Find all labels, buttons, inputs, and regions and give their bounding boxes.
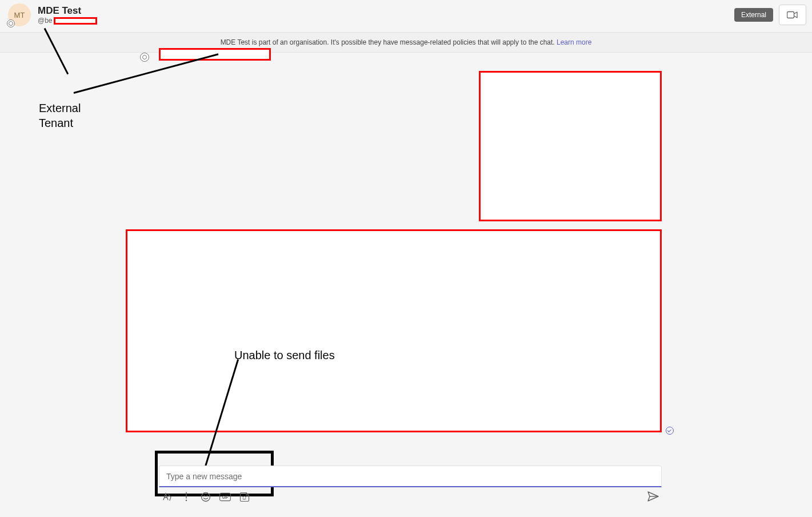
presence-offline-icon	[7, 19, 15, 27]
chat-title-block: MDE Test @be	[38, 5, 97, 25]
emoji-icon	[201, 492, 211, 502]
chat-messages-area	[0, 53, 812, 464]
org-policy-banner: MDE Test is part of an organisation. It'…	[0, 32, 812, 53]
svg-point-2	[202, 493, 210, 502]
message-presence-icon	[140, 53, 149, 62]
redacted-domain	[54, 17, 97, 25]
priority-button[interactable]	[181, 491, 192, 503]
avatar-initials: MT	[14, 11, 25, 19]
redacted-message-block-2	[126, 229, 662, 432]
banner-text: MDE Test is part of an organisation. It'…	[221, 38, 557, 46]
svg-point-8	[245, 496, 246, 498]
gif-button[interactable]: GIF	[219, 491, 231, 503]
annotation-external-tenant: External Tenant	[39, 101, 81, 130]
annotation-unable-files: Unable to send files	[234, 348, 335, 363]
redacted-message-block-1	[479, 71, 662, 221]
video-icon	[787, 11, 798, 19]
header-actions: External	[734, 5, 806, 25]
send-button[interactable]	[647, 491, 659, 503]
message-input[interactable]	[159, 466, 662, 487]
svg-point-1	[186, 500, 187, 501]
svg-text:GIF: GIF	[222, 495, 229, 499]
priority-icon	[185, 492, 188, 502]
chat-subtitle: @be	[38, 17, 97, 25]
svg-rect-0	[787, 12, 794, 18]
sticker-button[interactable]	[239, 491, 250, 503]
learn-more-link[interactable]: Learn more	[557, 38, 591, 46]
avatar[interactable]: MT	[8, 3, 31, 26]
svg-point-7	[243, 496, 244, 498]
format-button[interactable]	[161, 491, 173, 503]
format-icon	[162, 492, 172, 502]
chat-name: MDE Test	[38, 5, 97, 17]
sticker-icon	[239, 492, 250, 502]
send-icon	[647, 491, 659, 502]
svg-point-4	[207, 495, 208, 496]
emoji-button[interactable]	[200, 491, 211, 503]
external-badge: External	[734, 8, 773, 22]
gif-icon: GIF	[219, 492, 231, 502]
chat-header: MT MDE Test @be External	[0, 0, 812, 32]
svg-point-3	[204, 495, 205, 496]
video-call-button[interactable]	[779, 5, 806, 25]
chat-sub-prefix: @be	[38, 17, 53, 25]
compose-toolbar: GIF	[159, 487, 662, 507]
read-receipt-icon	[666, 427, 674, 435]
compose-area: GIF	[0, 466, 812, 517]
